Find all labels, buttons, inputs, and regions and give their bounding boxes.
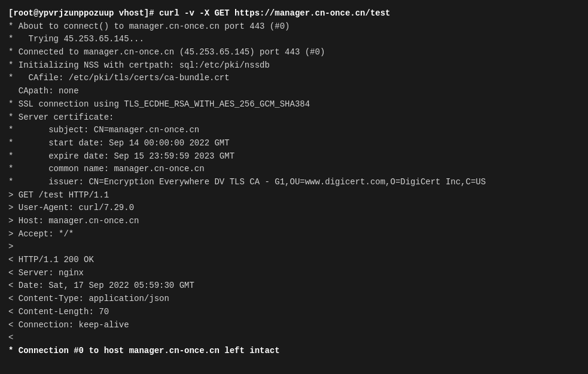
terminal-line: > User-Agent: curl/7.29.0 [8, 202, 580, 215]
terminal-line: < Connection: keep-alive [8, 319, 580, 332]
terminal-line: > [8, 241, 580, 254]
terminal-line: > Accept: */* [8, 228, 580, 241]
terminal-line: * Initializing NSS with certpath: sql:/e… [8, 59, 580, 72]
terminal-line: * subject: CN=manager.cn-once.cn [8, 124, 580, 137]
terminal-line: * SSL connection using TLS_ECDHE_RSA_WIT… [8, 98, 580, 111]
terminal-line: < Content-Length: 70 [8, 306, 580, 319]
terminal-line: * Connection #0 to host manager.cn-once.… [8, 345, 580, 358]
terminal-line: * common name: manager.cn-once.cn [8, 163, 580, 176]
terminal-line: > Host: manager.cn-once.cn [8, 215, 580, 228]
terminal-line: > GET /test HTTP/1.1 [8, 189, 580, 202]
terminal-line: CApath: none [8, 85, 580, 98]
terminal-line: < Server: nginx [8, 267, 580, 280]
terminal-line: < [8, 332, 580, 345]
terminal-line: * issuer: CN=Encryption Everywhere DV TL… [8, 176, 580, 189]
terminal-line: [root@ypvrjzunppozuup vhost]# curl -v -X… [8, 7, 580, 20]
terminal-line: * start date: Sep 14 00:00:00 2022 GMT [8, 137, 580, 150]
terminal-line: * expire date: Sep 15 23:59:59 2023 GMT [8, 150, 580, 163]
terminal-line: * CAfile: /etc/pki/tls/certs/ca-bundle.c… [8, 72, 580, 85]
terminal-line: < Content-Type: application/json [8, 293, 580, 306]
terminal-line: * Server certificate: [8, 111, 580, 124]
terminal-line: * Connected to manager.cn-once.cn (45.25… [8, 46, 580, 59]
terminal-line: * Trying 45.253.65.145... [8, 33, 580, 46]
terminal-line: < Date: Sat, 17 Sep 2022 05:59:30 GMT [8, 279, 580, 293]
terminal-line: * About to connect() to manager.cn-once.… [8, 20, 580, 34]
terminal: [root@ypvrjzunppozuup vhost]# curl -v -X… [0, 0, 588, 374]
terminal-line: < HTTP/1.1 200 OK [8, 254, 580, 267]
